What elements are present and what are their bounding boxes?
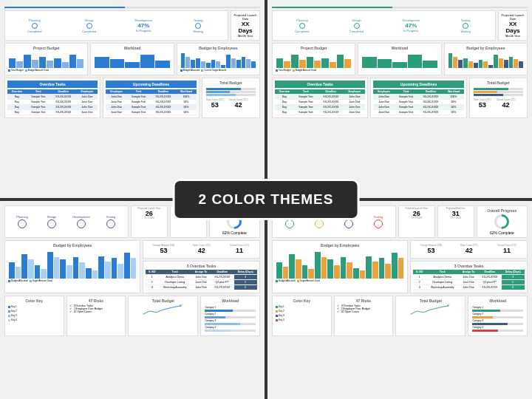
- step-design: DesignCompleted: [63, 18, 116, 33]
- quadrant-bottom-left-blue-theme: Planning Design Development Testing Proj…: [0, 201, 265, 399]
- plan-icon: [285, 219, 294, 228]
- step-planning: PlanningCompleted: [8, 18, 61, 33]
- workload-chart: Workload: [90, 43, 174, 75]
- open-cases: Open Cases (OC)53: [205, 98, 225, 110]
- step-testing: TestingWaiting: [171, 18, 225, 33]
- progress-bar: [4, 7, 260, 8]
- project-budget-chart: Project Budget Total BudgetBudget Amount…: [272, 43, 355, 75]
- risks-panel: 47 Risks 3 Overdue Tasks2 Employee Over …: [66, 296, 126, 336]
- workload-hbar: Workload Category 1Category 2Category 3C…: [200, 296, 260, 336]
- end-date: Projected End Date31OCT 2020: [437, 205, 474, 238]
- quadrant-bottom-right-green-theme: Planning Design Development Testing Proj…: [267, 201, 532, 399]
- budget-employees-chart: Budget by Employees Budget AllocatedCurr…: [177, 43, 260, 75]
- step-testing: TestingWaiting: [439, 18, 492, 33]
- bar-chart: [93, 52, 171, 68]
- overall-progress: Overall Progress62% Complete: [477, 205, 528, 238]
- test-icon: [106, 219, 115, 228]
- upcoming-deadlines-table: Upcoming Deadlines EmployeeTaskDeadlineW…: [103, 78, 199, 118]
- table: EmployeeTaskDeadlineWorkload John DoeSam…: [106, 89, 196, 115]
- launch-date: Projected Launch Date26OCT 2020: [131, 205, 168, 238]
- theme-badge: 2 COLOR THEMES: [173, 179, 360, 220]
- line-chart: 6.4: [131, 304, 195, 318]
- total-budget: Total Budget 6.4: [128, 296, 198, 336]
- overdue-tasks-table: Overdue Tasks OverdueTaskDeadlineEmploye…: [272, 78, 368, 118]
- table: OverdueTaskDeadlineEmployee DaySample Te…: [7, 89, 98, 115]
- stat-cards: Change Request (CR)53 Open Cases (OC)42 …: [410, 240, 528, 259]
- progress-bar: [272, 7, 528, 8]
- design-icon: [47, 219, 56, 228]
- line-chart: 6.4: [398, 304, 463, 318]
- projected-launch: Projected Launch DateXX DaysMonth Year: [498, 10, 528, 41]
- workload-hbar: Workload Category 1Category 2Category 3C…: [468, 296, 528, 336]
- svg-text:6.4: 6.4: [448, 304, 451, 306]
- total-budget: Total Budget 6.4: [395, 296, 466, 336]
- hbar-chart: [205, 86, 257, 98]
- budget-employees-chart: Budget by Employees: [444, 43, 528, 75]
- project-budget-chart: Project Budget Total BudgetBudget Amount…: [4, 43, 88, 75]
- overdue-tasks-table: 3 Overdue Tasks S. NOTaskAssign ToDeadli…: [143, 261, 260, 293]
- overdue-tasks-table: Overdue Tasks OverdueTaskDeadlineEmploye…: [4, 78, 100, 118]
- step-development: Development47%In Progress: [117, 18, 171, 33]
- phase-icons: Planning Design Development Testing: [4, 205, 129, 238]
- phase-tracker: PlanningCompleted DesignCompleted Develo…: [4, 10, 228, 41]
- bar-chart: [180, 52, 257, 68]
- dev-icon: [77, 219, 86, 228]
- stat-cards: Change Request (CR)53 Open Cases (OC)42 …: [143, 240, 260, 259]
- workload-chart: Workload: [358, 43, 441, 75]
- upcoming-deadlines-table: Upcoming Deadlines EmployeeTaskDeadlineW…: [370, 78, 466, 118]
- quadrant-top-left-blue-theme: PlanningCompleted DesignCompleted Develo…: [0, 0, 265, 198]
- budget-employees-chart: Budget by Employees Budget AllocatedTarg…: [4, 240, 140, 293]
- color-key: Color Key Key 1Key 2Key 3Key 4: [4, 296, 64, 336]
- budget-employees-chart: Budget by Employees Budget AllocatedTarg…: [272, 240, 408, 293]
- step-design: DesignCompleted: [330, 18, 383, 33]
- check-icon: [32, 23, 38, 29]
- overdue-tasks-table: 3 Overdue Tasks S. NOTaskAssign ToDeadli…: [410, 261, 528, 293]
- launch-date: Projected Launch Date26OCT 2020: [398, 205, 435, 238]
- projected-launch: Projected Launch DateXX DaysMonth Year: [231, 10, 260, 41]
- bar-chart: [7, 52, 85, 68]
- test-icon: [374, 219, 383, 228]
- phase-tracker: PlanningCompleted DesignCompleted Develo…: [272, 10, 496, 41]
- check-icon: [86, 23, 92, 29]
- svg-text:6.4: 6.4: [180, 304, 183, 306]
- color-key: Color Key Key 1Key 2Key 3Key 4: [272, 296, 332, 336]
- donut-chart: [491, 211, 512, 232]
- dev-icon: [344, 219, 353, 228]
- check-icon: [354, 23, 360, 29]
- check-icon: [299, 23, 305, 29]
- total-budget-panel: Total Budget Open Cases (OC)53Closed Cas…: [202, 78, 260, 118]
- step-planning: PlanningCompleted: [276, 18, 329, 33]
- design-icon: [315, 219, 324, 228]
- clock-icon: [195, 23, 201, 29]
- plan-icon: [18, 219, 27, 228]
- step-development: Development47%In Progress: [385, 18, 438, 33]
- clock-icon: [463, 23, 468, 29]
- closed-cases: Closed Cases (CC)42: [228, 98, 250, 110]
- total-budget-panel: Total Budget Open Cases (OC)53Closed Cas…: [469, 78, 528, 118]
- risks-panel: 47 Risks 3 Overdue Tasks2 Employee Over …: [334, 296, 394, 336]
- quadrant-top-right-green-theme: PlanningCompleted DesignCompleted Develo…: [267, 0, 532, 198]
